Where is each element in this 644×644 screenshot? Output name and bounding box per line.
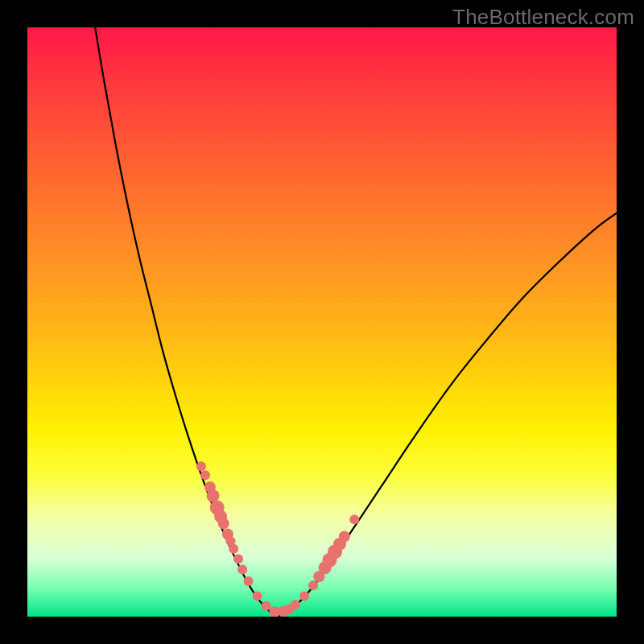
scatter-dot xyxy=(261,601,270,611)
scatter-dot xyxy=(299,591,309,601)
scatter-dot xyxy=(200,470,210,480)
plot-area xyxy=(27,27,617,617)
scatter-dot xyxy=(218,518,229,529)
curve-left-branch xyxy=(95,27,278,617)
scatter-dot xyxy=(308,580,318,590)
scatter-dot xyxy=(349,514,359,524)
scatter-dot xyxy=(244,576,254,586)
scatter-dot xyxy=(339,530,350,542)
scatter-dot xyxy=(233,554,243,564)
scatter-dot xyxy=(207,489,220,502)
scatter-points xyxy=(196,461,359,617)
scatter-dot xyxy=(196,461,206,471)
scatter-dot xyxy=(237,564,247,574)
chart-frame: TheBottleneck.com xyxy=(0,0,644,644)
scatter-dot xyxy=(229,544,238,554)
watermark-text: TheBottleneck.com xyxy=(452,5,634,30)
curve-svg xyxy=(27,27,617,617)
scatter-dot xyxy=(252,591,262,601)
scatter-dot xyxy=(291,600,300,609)
